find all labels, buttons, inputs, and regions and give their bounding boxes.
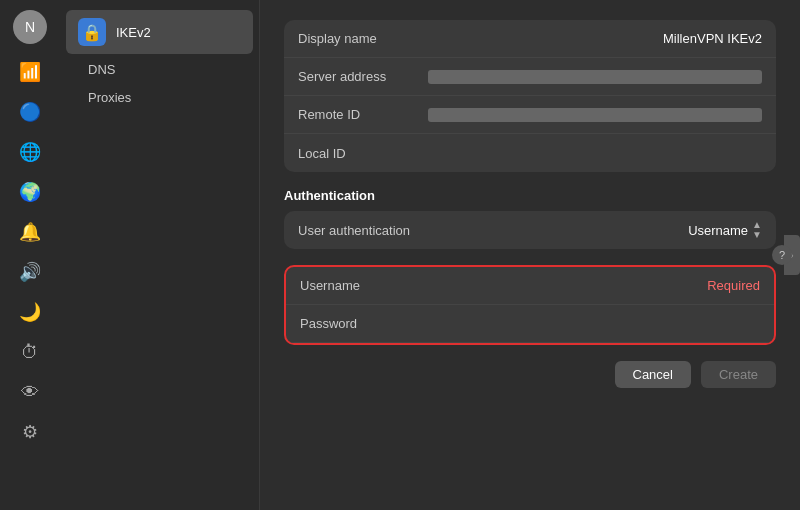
- server-address-value: [428, 70, 762, 84]
- vpn-list: 🔒 IKEv2 DNS Proxies: [60, 0, 260, 510]
- local-id-row[interactable]: Local ID: [284, 134, 776, 172]
- bluetooth-icon[interactable]: 🔵: [12, 94, 48, 130]
- credentials-group: Username Required Password: [284, 265, 776, 345]
- bell-icon[interactable]: 🔔: [12, 214, 48, 250]
- username-row[interactable]: Username Required: [286, 267, 774, 305]
- vpn-item-ikev2[interactable]: 🔒 IKEv2: [66, 10, 253, 54]
- password-row[interactable]: Password: [286, 305, 774, 343]
- vpn-item-proxies[interactable]: Proxies: [66, 84, 253, 111]
- display-name-label: Display name: [298, 31, 428, 46]
- select-arrows-icon: ▲ ▼: [752, 220, 762, 240]
- sidebar: N 📶 🔵 🌐 🌍 🔔 🔊 🌙 ⏱ 👁 ⚙: [0, 0, 60, 510]
- volume-icon[interactable]: 🔊: [12, 254, 48, 290]
- cancel-button[interactable]: Cancel: [615, 361, 691, 388]
- remote-id-row[interactable]: Remote ID: [284, 96, 776, 134]
- user-auth-label: User authentication: [298, 223, 428, 238]
- settings-icon[interactable]: ⚙: [12, 414, 48, 450]
- help-button[interactable]: ?: [772, 245, 792, 265]
- network-icon[interactable]: 🌐: [12, 134, 48, 170]
- detail-panel: › ? Display name MillenVPN IKEv2 Server …: [260, 0, 800, 510]
- globe-icon[interactable]: 🌍: [12, 174, 48, 210]
- user-auth-select-value: Username: [688, 223, 748, 238]
- user-auth-row[interactable]: User authentication Username ▲ ▼: [284, 211, 776, 249]
- user-auth-select[interactable]: Username ▲ ▼: [688, 220, 762, 240]
- moon-icon[interactable]: 🌙: [12, 294, 48, 330]
- server-address-label: Server address: [298, 69, 428, 84]
- username-label: Username: [300, 278, 430, 293]
- user-auth-group: User authentication Username ▲ ▼: [284, 211, 776, 249]
- vpn-item-label-ikev2: IKEv2: [116, 25, 151, 40]
- username-input[interactable]: Required: [430, 278, 760, 293]
- display-name-value: MillenVPN IKEv2: [428, 31, 762, 46]
- display-name-row: Display name MillenVPN IKEv2: [284, 20, 776, 58]
- privacy-icon[interactable]: 👁: [12, 374, 48, 410]
- timer-icon[interactable]: ⏱: [12, 334, 48, 370]
- avatar: N: [13, 10, 47, 44]
- local-id-label: Local ID: [298, 146, 428, 161]
- remote-id-value: [428, 108, 762, 122]
- main-panel: 🔒 IKEv2 DNS Proxies › ? Display name Mil…: [60, 0, 800, 510]
- vpn-item-dns[interactable]: DNS: [66, 56, 253, 83]
- create-button[interactable]: Create: [701, 361, 776, 388]
- connection-fields-group: Display name MillenVPN IKEv2 Server addr…: [284, 20, 776, 172]
- ikev2-icon: 🔒: [78, 18, 106, 46]
- remote-id-label: Remote ID: [298, 107, 428, 122]
- button-row: Cancel Create: [284, 361, 776, 388]
- authentication-section-title: Authentication: [284, 188, 776, 203]
- password-label: Password: [300, 316, 430, 331]
- wifi-icon[interactable]: 📶: [12, 54, 48, 90]
- server-address-row[interactable]: Server address: [284, 58, 776, 96]
